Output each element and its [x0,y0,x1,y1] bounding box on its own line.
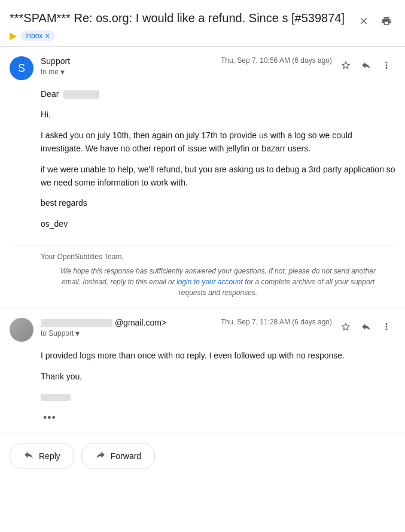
reply-action-button[interactable]: Reply [10,443,74,469]
redacted-sig [41,390,395,403]
more-button-2[interactable] [377,318,395,336]
sender-to-2: to Support ▾ [41,329,221,338]
print-icon [381,16,392,26]
message-2-actions [337,318,395,336]
body-refund: if we were unable to help, we'll refund,… [41,163,395,190]
body-logs-provided: I provided logs more than once with no r… [41,349,395,362]
close-button[interactable] [355,12,373,30]
sender-info-2: @gmail.com> to Support ▾ [41,318,221,338]
print-button[interactable] [377,12,395,30]
user-avatar [10,318,34,342]
close-icon [358,16,369,26]
star-icon-2 [340,321,351,332]
more-button-1[interactable] [377,56,395,74]
inbox-label: Inbox [25,32,42,40]
chevron-down-icon[interactable]: ▾ [60,67,65,77]
email-title-section: ***SPAM*** Re: os.org: I would like a re… [10,10,355,41]
star-button-2[interactable] [337,318,355,336]
greeting-line: Dear [41,87,395,101]
redacted-name [63,90,99,99]
sender-to-1: to me ▾ [41,67,221,77]
support-avatar: S [10,56,34,80]
forward-action-icon [95,449,106,463]
email-subject: ***SPAM*** Re: os.org: I would like a re… [10,10,355,26]
message-2-time: Thu, Sep 7, 11:28 AM (6 days ago) [221,318,332,326]
user-avatar-image [10,318,34,342]
message-1: S Support to me ▾ Thu, Sep 7, 10:56 AM (… [0,47,405,308]
body-logs: I asked you on july 10th, then again on … [41,129,395,156]
signature-team: Your OpenSubtitles Team, [41,253,395,261]
forward-action-button[interactable]: Forward [81,443,155,469]
message-1-body: Dear Hi, I asked you on july 10th, then … [10,87,395,230]
message-2-body: I provided logs more than once with no r… [10,349,395,425]
sender-name-2: @gmail.com> [41,318,221,327]
reply-icon-2 [361,321,371,332]
reply-action-label: Reply [39,451,60,461]
message-1-actions [337,56,395,74]
login-account-link[interactable]: login to your account [176,278,243,286]
tag-arrow-icon: ▶ [10,30,17,41]
message-2-meta: @gmail.com> to Support ▾ Thu, Sep 7, 11:… [10,318,395,342]
message-1-meta: S Support to me ▾ Thu, Sep 7, 10:56 AM (… [10,56,395,80]
reply-action-icon [23,449,34,463]
star-icon [340,60,351,71]
body-thankyou: Thank you, [41,370,395,383]
reply-button-2[interactable] [357,318,375,336]
star-button-1[interactable] [337,56,355,74]
redacted-sender-email [41,319,112,327]
sender-name-1: Support [41,56,221,66]
chevron-down-icon-2[interactable]: ▾ [75,329,80,338]
body-hi: Hi, [41,108,395,121]
reply-button-1[interactable] [357,56,375,74]
remove-inbox-tag-button[interactable]: × [45,32,50,40]
expand-quote-button[interactable]: ••• [41,411,59,425]
forward-action-label: Forward [111,451,141,461]
body-osdev: os_dev [41,217,395,230]
header-actions [355,12,395,30]
body-regards: best regards [41,196,395,209]
sender-info-1: Support to me ▾ [41,56,221,77]
email-tags: ▶ Inbox × [10,30,355,41]
signature-note: We hope this response has sufficiently a… [41,266,395,298]
message-1-time: Thu, Sep 7, 10:56 AM (6 days ago) [221,56,332,65]
redacted-signature-name [41,394,71,401]
signature-footer: Your OpenSubtitles Team, We hope this re… [10,245,395,298]
message-2: @gmail.com> to Support ▾ Thu, Sep 7, 11:… [0,308,405,433]
reply-icon-1 [361,60,371,71]
email-header: ***SPAM*** Re: os.org: I would like a re… [0,0,405,47]
more-icon-2 [381,321,392,332]
inbox-tag[interactable]: Inbox × [20,31,55,41]
more-icon-1 [381,60,392,71]
action-bar: Reply Forward [0,433,405,479]
